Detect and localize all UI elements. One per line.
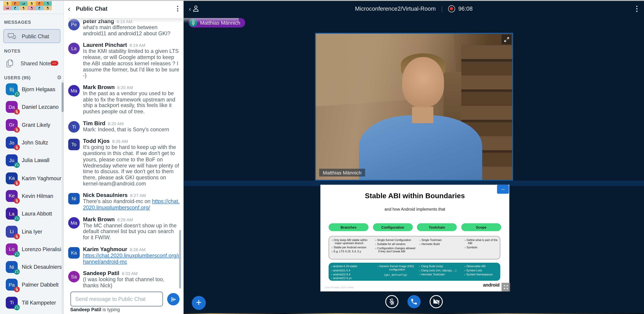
muted-mic-badge-icon xyxy=(14,180,20,186)
chat-message-time: 8:20 AM xyxy=(108,121,124,126)
chat-back-chevron-icon[interactable]: ‹ xyxy=(68,4,70,13)
user-name: Kevin Hilman xyxy=(22,193,53,199)
user-list-item[interactable]: Ka Karim Yaghmour xyxy=(0,169,62,187)
logo-penguin-tile xyxy=(36,1,44,6)
user-list-item[interactable]: Li Lina Iyer xyxy=(0,223,62,241)
shared-notes-icon xyxy=(6,59,14,67)
user-name: John Stultz xyxy=(22,140,48,146)
main-area: ‹ Microconference2/Virtual-Room | 96:08 … xyxy=(184,0,644,314)
chat-message-author: Mark Brown xyxy=(83,84,115,90)
options-kebab-icon[interactable] xyxy=(635,5,638,13)
user-list-item[interactable]: Ke Kevin Hilman xyxy=(0,187,62,205)
users-scrollbar-thumb[interactable] xyxy=(62,82,64,112)
slide-pill: Branches xyxy=(328,223,368,231)
slide-column: Observable ABISymbol ListsSymbol Namespa… xyxy=(464,265,498,277)
camera-off-icon xyxy=(432,298,440,305)
expand-arrows-icon xyxy=(503,285,508,290)
user-name: Grant Likely xyxy=(22,122,50,128)
chat-message-text: what's main difference between android11… xyxy=(83,25,181,37)
user-list-item[interactable]: Ju Julia Lawall xyxy=(0,152,62,169)
logo-penguin-tile xyxy=(20,1,28,6)
chat-message-text: Is the KMI stability limited to a given … xyxy=(83,48,181,79)
user-list-item[interactable]: Ni Nick Desaulniers xyxy=(0,258,62,276)
chat-message: Ni Nick Desaulniers 8:27 AM There's also… xyxy=(68,192,181,211)
recording-timer: 96:08 xyxy=(458,5,472,12)
slide-subtitle: and how Android implements that xyxy=(320,207,509,212)
sidebar-item-public-chat[interactable]: Public Chat xyxy=(3,29,60,43)
chat-message: To Todd Kjos 8:26 AM It's going to be ha… xyxy=(68,138,181,187)
chat-message: La Laurent Pinchart 8:19 AM Is the KMI s… xyxy=(68,42,181,79)
chat-message-text: https://chat.2020.linuxplumbersconf.org/… xyxy=(83,253,181,265)
send-icon xyxy=(170,296,176,302)
chat-input-row xyxy=(70,292,180,307)
shared-notes-label: Shared Notes xyxy=(20,60,53,66)
meeting-title: Microconference2/Virtual-Room xyxy=(355,5,436,12)
chat-message-author: Mark Brown xyxy=(83,216,115,222)
users-scrollbar-track[interactable] xyxy=(62,80,64,314)
sidebar-divider xyxy=(0,14,64,14)
slide-column: Define what is part of the ABISymbols xyxy=(464,239,499,250)
recording-indicator-icon[interactable] xyxy=(448,5,455,12)
share-webcam-button[interactable] xyxy=(430,295,442,308)
presentation-fullscreen-button[interactable] xyxy=(502,283,510,291)
avatar: La xyxy=(6,208,18,220)
users-list: Bj Bjorn Helgaas Da Daniel Lezcano Gr Gr… xyxy=(0,80,62,314)
chat-message-author: Todd Kjos xyxy=(83,138,110,144)
slide-footer: Linux Plumbers 2020 | Public xyxy=(324,286,354,289)
leave-audio-button[interactable] xyxy=(407,295,420,308)
avatar: Jo xyxy=(6,137,18,149)
slide-pill: Toolchain xyxy=(417,223,457,231)
webcam-video[interactable]: Matthias Männich xyxy=(315,33,513,181)
user-list-item[interactable]: Bj Bjorn Helgaas xyxy=(0,80,62,98)
user-list-item[interactable]: Jo John Stultz xyxy=(0,134,62,152)
listen-only-badge-icon xyxy=(14,251,20,257)
users-settings-gear-icon[interactable]: ⚙ xyxy=(57,74,62,80)
logo-penguin-tile xyxy=(3,6,11,10)
chat-message: Ma Mark Brown 8:20 AM In the past as a v… xyxy=(68,84,181,115)
public-chat-panel: ‹ Public Chat Pe peter zhang 8:19 AM wha… xyxy=(64,0,184,314)
user-list-item[interactable]: Lo Lorenzo Pieralisi xyxy=(0,241,62,258)
chat-message-text: (I was looking for that channel too, tha… xyxy=(83,277,181,289)
muted-mic-badge-icon xyxy=(14,109,20,115)
title-separator: | xyxy=(441,5,443,12)
chat-message: Ma Mark Brown 8:28 AM The MC channel doe… xyxy=(68,216,181,241)
bottom-content-sliver xyxy=(184,313,644,314)
speaker-torso xyxy=(359,115,482,181)
minimize-presentation-button[interactable]: – xyxy=(497,185,509,194)
chat-message-input[interactable] xyxy=(70,292,163,307)
chat-title: Public Chat xyxy=(76,5,108,12)
muted-mic-badge-icon xyxy=(14,144,20,150)
slide-column: Clang Build (only)Clang tools (nm, objco… xyxy=(419,265,462,277)
chat-message-text: It's going to be hard to keep up with th… xyxy=(83,145,181,187)
logo-penguin-tile xyxy=(11,6,20,10)
chat-options-kebab-icon[interactable] xyxy=(176,4,180,13)
user-name: Nick Desaulniers xyxy=(22,264,62,270)
unmute-microphone-button[interactable] xyxy=(385,295,398,308)
chat-message-time: 8:28 AM xyxy=(130,247,146,252)
chat-message-author: Laurent Pinchart xyxy=(83,42,127,48)
user-list-item[interactable]: Pa Palmer Dabbelt xyxy=(0,276,62,294)
user-name: Palmer Dabbelt xyxy=(22,282,59,288)
chat-message-link[interactable]: https://chat.2020.linuxplumbersconf.org/… xyxy=(83,252,180,265)
video-name-label: Matthias Männich xyxy=(319,169,365,177)
slide-column: Only keep ABI stable within major upstre… xyxy=(332,239,372,254)
user-list-item[interactable]: La Laura Abbott xyxy=(0,205,62,223)
avatar: Ni xyxy=(6,261,18,273)
send-message-button[interactable] xyxy=(167,293,180,306)
chat-avatar: Ma xyxy=(68,85,80,96)
user-list-item[interactable]: Gr Grant Likely xyxy=(0,116,62,134)
user-list-item[interactable]: Ti Till Kamppeter xyxy=(0,294,62,312)
presentation-area: Stable ABI within Boundaries and how And… xyxy=(320,185,509,292)
user-name: Karim Yaghmour xyxy=(22,175,61,181)
mic-muted-icon xyxy=(388,298,395,305)
sidebar-item-shared-notes[interactable]: Shared Notes ... xyxy=(3,57,60,69)
avatar: Ti xyxy=(6,297,18,309)
chat-message: Sa Sandeep Patil 8:33 AM (I was looking … xyxy=(68,270,181,289)
logo-penguin-tile xyxy=(11,1,20,6)
user-list-item[interactable]: Da Daniel Lezcano xyxy=(0,98,62,116)
user-name: Till Kamppeter xyxy=(22,300,56,306)
conference-logo xyxy=(3,1,52,10)
chat-scrollbar-thumb[interactable] xyxy=(179,230,181,289)
video-fullscreen-button[interactable] xyxy=(502,34,511,44)
slide-mono-text: (gki_defconfig) xyxy=(374,273,416,277)
